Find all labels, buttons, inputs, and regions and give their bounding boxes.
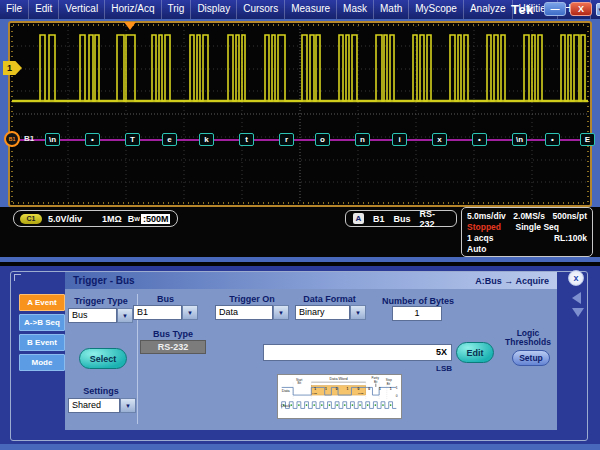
bus-type-label: Bus Type: [140, 329, 206, 339]
bw-value: :500M: [141, 214, 171, 224]
bus-label: Bus: [133, 294, 198, 304]
tek-logo: Tek: [511, 2, 534, 17]
oscilloscope-screen: File Edit Vertical Horiz/Acq Trig Displa…: [0, 0, 600, 450]
menu-edit[interactable]: Edit: [29, 0, 59, 19]
settings-dropdown-icon[interactable]: ▼: [120, 398, 136, 413]
bus-decode-box: T: [125, 133, 140, 146]
trigger-source-readout[interactable]: A B1 Bus RS-232: [345, 210, 457, 227]
bus-decode-box: •: [472, 133, 487, 146]
tab-a-event[interactable]: A Event: [19, 294, 65, 311]
trigger-protocol: RS-232: [420, 209, 449, 229]
ch1-scale: 5.0V/div: [48, 214, 82, 224]
trigger-type: Bus: [394, 214, 411, 224]
number-of-bytes-label: Number of Bytes: [373, 296, 463, 306]
svg-text:Data: Data: [282, 389, 291, 393]
menu-vertical[interactable]: Vertical: [59, 0, 105, 19]
menu-myscope[interactable]: MyScope: [409, 0, 464, 19]
menu-cursors[interactable]: Cursors: [237, 0, 285, 19]
nav-down-icon[interactable]: [572, 308, 584, 317]
acquisition-readout: 5.0ms/div 2.0MS/s 500ns/pt Stopped Singl…: [461, 207, 593, 257]
tab-mode[interactable]: Mode: [19, 354, 65, 371]
menu-mask[interactable]: Mask: [337, 0, 374, 19]
c1-badge[interactable]: C1: [20, 214, 42, 224]
trigger-type-dropdown-icon[interactable]: ▼: [117, 308, 133, 323]
menu-trig[interactable]: Trig: [162, 0, 192, 19]
trigger-tabs: A Event A->B Seq B Event Mode: [19, 294, 65, 374]
bus-select[interactable]: B1: [133, 305, 182, 320]
bus-type-value: RS-232: [140, 340, 206, 354]
menu-analyze[interactable]: Analyze: [464, 0, 513, 19]
menu-measure[interactable]: Measure: [285, 0, 337, 19]
trigger-type-label: Trigger Type: [67, 296, 135, 306]
menu-bar: File Edit Vertical Horiz/Acq Trig Displa…: [0, 0, 600, 19]
bw-sub: W: [134, 216, 140, 222]
acq-state: Stopped: [467, 222, 501, 233]
nav-left-icon[interactable]: [572, 292, 581, 304]
trigger-mode: Auto: [467, 244, 486, 255]
svg-text:Bit: Bit: [297, 381, 301, 385]
waveform-display[interactable]: 1 B1 B1 \n•Tektronix•\n•E: [8, 21, 592, 207]
data-pattern-input[interactable]: 5X: [263, 344, 452, 361]
svg-text:Data Word: Data Word: [329, 377, 347, 381]
edit-button[interactable]: Edit: [456, 342, 494, 363]
trigger-bus-dialog: Trigger - Bus A:Bus → Acquire Trigger Ty…: [65, 272, 557, 430]
bus-b1-marker[interactable]: B1: [4, 131, 20, 147]
bus-b1-label: B1: [24, 134, 34, 143]
svg-text:1: 1: [396, 386, 398, 390]
graticule-and-trace: [10, 23, 590, 205]
bus-decode-box: •: [545, 133, 560, 146]
control-panel: A Event A->B Seq B Event Mode Trigger - …: [0, 262, 600, 444]
dialog-titlebar: Trigger - Bus A:Bus → Acquire: [65, 272, 557, 289]
minimize-button[interactable]: —: [544, 2, 566, 16]
settings-label: Settings: [67, 386, 135, 396]
dialog-close-icon[interactable]: x: [568, 270, 584, 286]
trigger-type-select[interactable]: Bus: [68, 308, 117, 323]
settings-select[interactable]: Shared: [68, 398, 120, 413]
number-of-bytes-input[interactable]: 1: [392, 306, 442, 321]
bus-decode-box: i: [392, 133, 407, 146]
bus-decode-box: •: [85, 133, 100, 146]
trigger-bus: B1: [373, 214, 385, 224]
channel1-readout[interactable]: C1 5.0V/div 1MΩ BW:500M: [13, 210, 178, 227]
svg-text:LSB: LSB: [312, 392, 317, 395]
tab-a-b-seq[interactable]: A->B Seq: [19, 314, 65, 331]
record-length: RL:100k: [554, 233, 587, 244]
trigger-on-dropdown-icon[interactable]: ▼: [273, 305, 289, 320]
setup-button[interactable]: Setup: [512, 350, 550, 366]
bus-dropdown-icon[interactable]: ▼: [182, 305, 198, 320]
menu-more-dropdown-icon[interactable]: ▼: [596, 3, 600, 16]
a-trigger-badge: A: [353, 213, 364, 224]
bus-decode-box: o: [315, 133, 330, 146]
bus-decode-box: x: [432, 133, 447, 146]
svg-text:Clock: Clock: [281, 404, 291, 408]
menu-file[interactable]: File: [0, 0, 29, 19]
sample-rate: 2.0MS/s: [513, 211, 545, 222]
data-format-label: Data Format: [293, 294, 366, 304]
menu-math[interactable]: Math: [374, 0, 409, 19]
svg-text:MSB: MSB: [358, 392, 364, 395]
bus-decode-box: E: [580, 133, 595, 146]
ch1-impedance: 1MΩ: [102, 214, 122, 224]
timebase: 5.0ms/div: [467, 211, 506, 222]
svg-text:Bit: Bit: [374, 380, 378, 384]
logic-thresholds-label-2: Thresholds: [498, 337, 558, 347]
readout-strip: C1 5.0V/div 1MΩ BW:500M A B1 Bus RS-232 …: [0, 207, 600, 257]
menu-display[interactable]: Display: [191, 0, 237, 19]
menu-horiz-acq[interactable]: Horiz/Acq: [105, 0, 161, 19]
bus-decode-box: e: [162, 133, 177, 146]
trigger-on-label: Trigger On: [215, 294, 289, 304]
data-format-select[interactable]: Binary: [295, 305, 350, 320]
select-button[interactable]: Select: [79, 348, 127, 369]
acq-mode: Single Seq: [516, 222, 559, 233]
bus-decode-box: n: [355, 133, 370, 146]
bus-decode-box: r: [279, 133, 294, 146]
close-window-button[interactable]: X: [570, 2, 592, 16]
ch1-bandwidth: BW:500M: [128, 214, 171, 224]
trigger-position-marker[interactable]: [124, 22, 136, 30]
tab-b-event[interactable]: B Event: [19, 334, 65, 351]
resize-handle-icon[interactable]: [14, 274, 21, 281]
data-word-diagram: Data Clock Start Bit Data Word 1 1 0 1 0…: [277, 374, 402, 419]
data-format-dropdown-icon[interactable]: ▼: [350, 305, 366, 320]
bus-decode-box: \n: [45, 133, 60, 146]
trigger-on-select[interactable]: Data: [215, 305, 273, 320]
